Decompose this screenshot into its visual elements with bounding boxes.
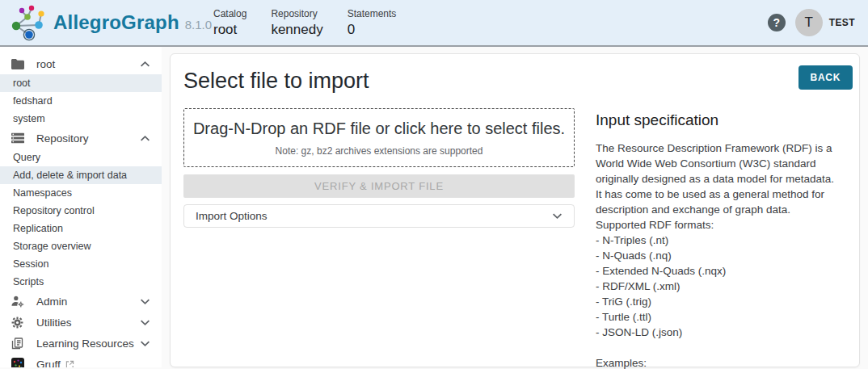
dropzone-label: Drag-N-Drop an RDF file or click here to…: [191, 120, 567, 138]
format-item: - Extended N-Quads (.nqx): [596, 263, 835, 279]
format-item: - JSON-LD (.json): [596, 325, 835, 340]
sidebar-item-session[interactable]: Session: [0, 255, 162, 273]
repo-stats: Catalog root Repository kennedy Statemen…: [213, 8, 396, 38]
sidebar-section-label: Gruff: [36, 359, 61, 368]
avatar[interactable]: T: [795, 9, 823, 36]
file-dropzone[interactable]: Drag-N-Drop an RDF file or click here to…: [183, 108, 575, 167]
sidebar-section-admin[interactable]: Admin: [0, 291, 162, 312]
format-item: - N-Triples (.nt): [596, 233, 835, 248]
stat-statements-value: 0: [348, 22, 397, 38]
sidebar-item-add-delete-import-data[interactable]: Add, delete & import data: [0, 166, 162, 184]
format-item: - Turtle (.ttl): [596, 309, 835, 325]
app-header: AllegroGraph 8.1.0 Catalog root Reposito…: [0, 0, 868, 47]
stat-catalog-value: root: [213, 22, 246, 38]
sidebar-item-query[interactable]: Query: [0, 149, 162, 166]
input-spec-panel: Input specification The Resource Descrip…: [575, 108, 846, 369]
input-spec-heading: Input specification: [596, 111, 835, 129]
stat-statements-label: Statements: [348, 8, 397, 19]
sidebar-item-fedshard[interactable]: fedshard: [0, 92, 162, 110]
docs-icon: [11, 338, 26, 350]
import-card: BACK Select file to import Drag-N-Drop a…: [170, 53, 860, 367]
stat-catalog-label: Catalog: [213, 8, 246, 19]
admin-icon: [11, 296, 26, 308]
stat-repository: Repository kennedy: [271, 8, 322, 38]
stat-statements: Statements 0: [348, 8, 397, 38]
chevron-down-icon: [140, 319, 150, 326]
stat-catalog: Catalog root: [213, 8, 246, 38]
sidebar-item-storage-overview[interactable]: Storage overview: [0, 237, 162, 255]
gruff-icon: [11, 358, 26, 367]
import-options-label: Import Options: [196, 210, 268, 222]
import-left-column: Drag-N-Drop an RDF file or click here to…: [183, 108, 575, 369]
chevron-down-icon: [552, 210, 563, 222]
sidebar-section-label: Admin: [36, 296, 67, 308]
sidebar-section-label: Repository: [36, 132, 89, 145]
sidebar-section-label: Learning Resources: [36, 338, 134, 350]
app-logo[interactable]: AllegroGraph 8.1.0: [8, 4, 205, 41]
chevron-up-icon: [140, 135, 150, 142]
verify-import-button[interactable]: VERIFY & IMPORT FILE: [183, 174, 575, 198]
sidebar-item-namespaces[interactable]: Namespaces: [0, 184, 162, 202]
back-button[interactable]: BACK: [798, 65, 853, 90]
format-item: - RDF/XML (.xml): [596, 279, 835, 294]
sidebar-section-root[interactable]: root: [0, 53, 162, 74]
sidebar-item-repository-control[interactable]: Repository control: [0, 202, 162, 220]
app-version: 8.1.0: [185, 18, 212, 31]
sidebar-section-utilities[interactable]: Utilities: [0, 312, 162, 333]
dropzone-note: Note: gz, bz2 archives extensions are su…: [191, 145, 567, 157]
input-spec-paragraph: The Resource Description Framework (RDF)…: [596, 140, 835, 217]
examples-label: Examples:: [596, 355, 835, 369]
supported-formats-label: Supported RDF formats:: [596, 217, 835, 233]
sidebar-section-gruff[interactable]: Gruff: [0, 354, 162, 367]
header-right: ? T TEST: [768, 9, 855, 36]
sidebar-section-repository[interactable]: Repository: [0, 128, 162, 149]
gear-icon: [11, 317, 26, 329]
chevron-down-icon: [140, 340, 150, 347]
format-item: - N-Quads (.nq): [596, 248, 835, 263]
supported-formats-list: - N-Triples (.nt)- N-Quads (.nq)- Extend…: [596, 233, 835, 340]
sidebar-section-label: Utilities: [36, 317, 72, 329]
sidebar-section-label: root: [36, 58, 55, 70]
app-name: AllegroGraph: [53, 11, 179, 34]
sidebar-item-root[interactable]: root: [0, 74, 162, 92]
sidebar-item-scripts[interactable]: Scripts: [0, 273, 162, 291]
sidebar-section-learning-resources[interactable]: Learning Resources: [0, 333, 162, 354]
stat-repository-label: Repository: [271, 8, 322, 19]
sidebar-nav: rootrootfedshardsystemRepositoryQueryAdd…: [0, 47, 162, 367]
chevron-down-icon: [140, 298, 150, 305]
stat-repository-value: kennedy: [271, 22, 322, 38]
help-icon[interactable]: ?: [768, 14, 786, 31]
username-label: TEST: [829, 17, 855, 28]
external-link-icon: [65, 360, 74, 368]
sidebar-item-replication[interactable]: Replication: [0, 220, 162, 237]
page-title: Select file to import: [183, 69, 846, 94]
main-area: BACK Select file to import Drag-N-Drop a…: [162, 47, 868, 367]
allegrograph-logo-icon: [8, 4, 47, 41]
import-options-toggle[interactable]: Import Options: [183, 204, 575, 228]
format-item: - TriG (.trig): [596, 294, 835, 309]
repository-icon: [11, 132, 26, 144]
folder-icon: [11, 59, 26, 69]
chevron-up-icon: [140, 61, 150, 68]
sidebar-item-system[interactable]: system: [0, 110, 162, 128]
